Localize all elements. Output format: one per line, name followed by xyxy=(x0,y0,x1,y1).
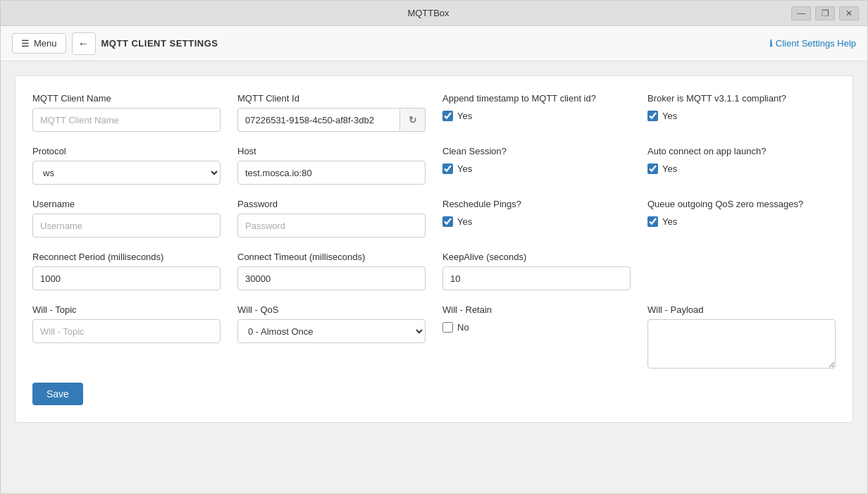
title-bar: MQTTBox — ❐ ✕ xyxy=(1,1,867,26)
clean-session-option-label[interactable]: Yes xyxy=(457,163,472,174)
refresh-client-id-button[interactable]: ↻ xyxy=(400,108,426,132)
info-icon: ℹ xyxy=(769,38,773,49)
broker-compliant-group: Broker is MQTT v3.1.1 compliant? Yes xyxy=(647,93,836,132)
will-qos-select[interactable]: 0 - Almost Once 1 - At Least Once 2 - Ex… xyxy=(237,319,426,343)
clean-session-group: Clean Session? Yes xyxy=(442,146,631,185)
clean-session-checkbox[interactable] xyxy=(442,163,453,174)
page-title: MQTT CLIENT SETTINGS xyxy=(101,38,218,49)
clean-session-label: Clean Session? xyxy=(442,146,631,156)
help-link[interactable]: ℹ Client Settings Help xyxy=(769,38,856,49)
append-timestamp-option-label[interactable]: Yes xyxy=(457,111,472,121)
back-icon: ← xyxy=(78,37,89,50)
host-input[interactable] xyxy=(237,161,426,185)
protocol-group: Protocol ws wss mqtt mqtts tcp ssl wx wx… xyxy=(32,146,221,185)
username-group: Username xyxy=(32,199,221,237)
broker-compliant-label: Broker is MQTT v3.1.1 compliant? xyxy=(647,93,836,104)
will-payload-group: Will - Payload xyxy=(647,304,836,369)
will-qos-group: Will - QoS 0 - Almost Once 1 - At Least … xyxy=(237,304,426,369)
password-group: Password xyxy=(237,199,426,237)
queue-outgoing-option-label[interactable]: Yes xyxy=(662,216,677,227)
will-topic-group: Will - Topic xyxy=(32,304,221,369)
append-timestamp-label: Append timestamp to MQTT client id? xyxy=(442,93,631,104)
queue-outgoing-checkbox[interactable] xyxy=(647,216,658,227)
toolbar: ☰ Menu ← MQTT CLIENT SETTINGS ℹ Client S… xyxy=(1,26,867,61)
close-button[interactable]: ✕ xyxy=(839,6,859,20)
reschedule-pings-checkbox[interactable] xyxy=(442,216,453,227)
mqtt-client-name-label: MQTT Client Name xyxy=(32,93,221,104)
append-timestamp-checkbox[interactable] xyxy=(442,111,453,121)
queue-outgoing-group: Queue outgoing QoS zero messages? Yes xyxy=(647,199,836,237)
mqtt-client-id-group: MQTT Client Id ↻ xyxy=(237,93,426,132)
will-topic-input[interactable] xyxy=(32,319,221,343)
mqtt-client-name-group: MQTT Client Name xyxy=(32,93,221,132)
connect-timeout-label: Connect Timeout (milliseconds) xyxy=(237,252,426,262)
placeholder-group-4 xyxy=(647,252,836,290)
minimize-button[interactable]: — xyxy=(791,6,811,20)
hamburger-icon: ☰ xyxy=(21,38,30,49)
will-retain-group: Will - Retain No xyxy=(442,304,631,369)
will-retain-option-label[interactable]: No xyxy=(457,322,469,333)
username-label: Username xyxy=(32,199,221,209)
refresh-icon: ↻ xyxy=(409,114,417,125)
menu-label: Menu xyxy=(34,38,57,49)
keepalive-label: KeepAlive (seconds) xyxy=(442,252,631,262)
mqtt-client-id-label: MQTT Client Id xyxy=(237,93,426,104)
protocol-select[interactable]: ws wss mqtt mqtts tcp ssl wx wxs xyxy=(32,161,221,185)
will-topic-label: Will - Topic xyxy=(32,304,221,315)
username-input[interactable] xyxy=(32,214,221,237)
help-label: Client Settings Help xyxy=(776,38,856,49)
reschedule-pings-group: Reschedule Pings? Yes xyxy=(442,199,631,237)
append-timestamp-group: Append timestamp to MQTT client id? Yes xyxy=(442,93,631,132)
will-qos-label: Will - QoS xyxy=(237,304,426,315)
password-input[interactable] xyxy=(237,214,426,237)
keepalive-group: KeepAlive (seconds) xyxy=(442,252,631,290)
content-area: MQTT Client Name MQTT Client Id ↻ Append… xyxy=(1,61,867,493)
mqtt-client-name-input[interactable] xyxy=(32,108,221,132)
password-label: Password xyxy=(237,199,426,209)
window-title: MQTTBox xyxy=(66,8,791,18)
back-button[interactable]: ← xyxy=(72,32,96,55)
mqtt-client-id-input[interactable] xyxy=(237,108,400,132)
host-label: Host xyxy=(237,146,426,156)
keepalive-input[interactable] xyxy=(442,266,631,290)
window-controls: — ❐ ✕ xyxy=(791,6,859,20)
menu-button[interactable]: ☰ Menu xyxy=(12,33,66,54)
settings-panel: MQTT Client Name MQTT Client Id ↻ Append… xyxy=(15,75,853,423)
reschedule-pings-label: Reschedule Pings? xyxy=(442,199,631,209)
queue-outgoing-label: Queue outgoing QoS zero messages? xyxy=(647,199,836,209)
reconnect-period-group: Reconnect Period (milliseconds) xyxy=(32,252,221,290)
auto-connect-group: Auto connect on app launch? Yes xyxy=(647,146,836,185)
broker-compliant-option-label[interactable]: Yes xyxy=(662,111,677,121)
will-payload-label: Will - Payload xyxy=(647,304,836,315)
reconnect-period-input[interactable] xyxy=(32,266,221,290)
protocol-label: Protocol xyxy=(32,146,221,156)
save-button[interactable]: Save xyxy=(32,383,83,405)
auto-connect-option-label[interactable]: Yes xyxy=(662,163,677,174)
will-retain-checkbox[interactable] xyxy=(442,322,453,333)
connect-timeout-group: Connect Timeout (milliseconds) xyxy=(237,252,426,290)
reconnect-period-label: Reconnect Period (milliseconds) xyxy=(32,252,221,262)
will-retain-label: Will - Retain xyxy=(442,304,631,315)
broker-compliant-checkbox[interactable] xyxy=(647,111,658,121)
will-payload-input[interactable] xyxy=(647,319,836,369)
reschedule-pings-option-label[interactable]: Yes xyxy=(457,216,472,227)
auto-connect-label: Auto connect on app launch? xyxy=(647,146,836,156)
connect-timeout-input[interactable] xyxy=(237,266,426,290)
host-group: Host xyxy=(237,146,426,185)
maximize-button[interactable]: ❐ xyxy=(815,6,835,20)
auto-connect-checkbox[interactable] xyxy=(647,163,658,174)
